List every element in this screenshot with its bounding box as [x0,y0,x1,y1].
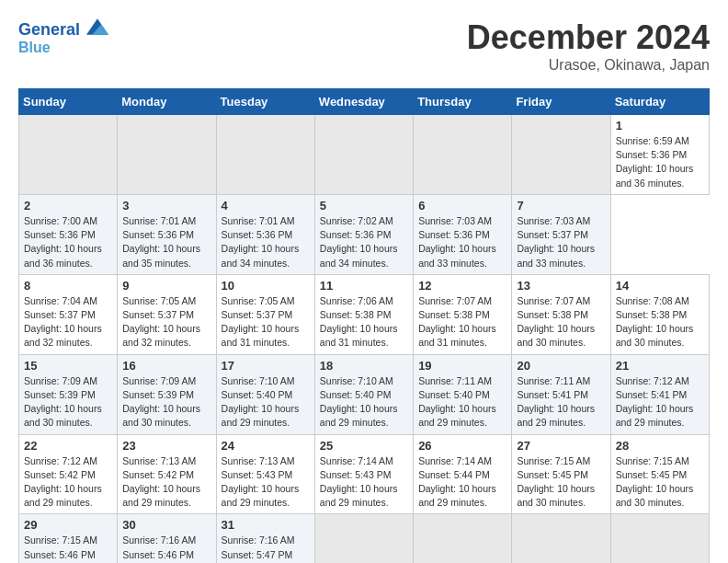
calendar-day: 30Sunrise: 7:16 AMSunset: 5:46 PMDayligh… [118,514,216,563]
empty-cell [610,514,709,563]
calendar-day: 14Sunrise: 7:08 AMSunset: 5:38 PMDayligh… [610,274,709,354]
logo-icon [86,18,108,35]
empty-cell [414,115,512,195]
empty-cell [19,115,118,195]
calendar-day: 29Sunrise: 7:15 AMSunset: 5:46 PMDayligh… [19,514,118,563]
calendar-day: 17Sunrise: 7:10 AMSunset: 5:40 PMDayligh… [216,354,314,434]
weekday-header-monday: Monday [118,89,216,115]
calendar-day: 2Sunrise: 7:00 AMSunset: 5:36 PMDaylight… [19,194,118,274]
calendar-day: 18Sunrise: 7:10 AMSunset: 5:40 PMDayligh… [314,354,413,434]
calendar-day: 31Sunrise: 7:16 AMSunset: 5:47 PMDayligh… [216,514,314,563]
title-block: December 2024 Urasoe, Okinawa, Japan [467,18,710,74]
weekday-header-saturday: Saturday [610,89,709,115]
empty-cell [414,514,512,563]
calendar-week-row: 22Sunrise: 7:12 AMSunset: 5:42 PMDayligh… [19,434,710,514]
logo-text: General [18,18,108,40]
calendar-day: 28Sunrise: 7:15 AMSunset: 5:45 PMDayligh… [610,434,709,514]
location-title: Urasoe, Okinawa, Japan [467,57,710,74]
calendar-day: 10Sunrise: 7:05 AMSunset: 5:37 PMDayligh… [216,274,314,354]
calendar-day: 27Sunrise: 7:15 AMSunset: 5:45 PMDayligh… [512,434,610,514]
calendar-day: 7Sunrise: 7:03 AMSunset: 5:37 PMDaylight… [512,194,610,274]
calendar-week-row: 2Sunrise: 7:00 AMSunset: 5:36 PMDaylight… [19,194,710,274]
calendar-day: 15Sunrise: 7:09 AMSunset: 5:39 PMDayligh… [19,354,118,434]
calendar-day: 23Sunrise: 7:13 AMSunset: 5:42 PMDayligh… [118,434,216,514]
empty-cell [512,115,610,195]
calendar-day: 21Sunrise: 7:12 AMSunset: 5:41 PMDayligh… [610,354,709,434]
calendar-day: 22Sunrise: 7:12 AMSunset: 5:42 PMDayligh… [19,434,118,514]
calendar-day: 20Sunrise: 7:11 AMSunset: 5:41 PMDayligh… [512,354,610,434]
empty-cell [118,115,216,195]
empty-cell [314,115,413,195]
calendar-day: 19Sunrise: 7:11 AMSunset: 5:40 PMDayligh… [414,354,512,434]
calendar-day: 24Sunrise: 7:13 AMSunset: 5:43 PMDayligh… [216,434,314,514]
empty-cell [512,514,610,563]
calendar-table: SundayMondayTuesdayWednesdayThursdayFrid… [18,88,710,563]
calendar-day: 16Sunrise: 7:09 AMSunset: 5:39 PMDayligh… [118,354,216,434]
calendar-day: 26Sunrise: 7:14 AMSunset: 5:44 PMDayligh… [414,434,512,514]
weekday-header-row: SundayMondayTuesdayWednesdayThursdayFrid… [19,89,710,115]
empty-cell [314,514,413,563]
calendar-day: 6Sunrise: 7:03 AMSunset: 5:36 PMDaylight… [414,194,512,274]
weekday-header-wednesday: Wednesday [314,89,413,115]
calendar-week-row: 8Sunrise: 7:04 AMSunset: 5:37 PMDaylight… [19,274,710,354]
weekday-header-tuesday: Tuesday [216,89,314,115]
logo-text-blue: Blue [18,40,108,56]
calendar-day: 12Sunrise: 7:07 AMSunset: 5:38 PMDayligh… [414,274,512,354]
month-title: December 2024 [467,18,710,57]
calendar-day: 13Sunrise: 7:07 AMSunset: 5:38 PMDayligh… [512,274,610,354]
empty-cell [216,115,314,195]
calendar-week-row: 15Sunrise: 7:09 AMSunset: 5:39 PMDayligh… [19,354,710,434]
calendar-day: 5Sunrise: 7:02 AMSunset: 5:36 PMDaylight… [314,194,413,274]
logo: General Blue [18,18,108,55]
calendar-day: 11Sunrise: 7:06 AMSunset: 5:38 PMDayligh… [314,274,413,354]
page-header: General Blue December 2024 Urasoe, Okina… [18,18,710,74]
calendar-day: 4Sunrise: 7:01 AMSunset: 5:36 PMDaylight… [216,194,314,274]
weekday-header-thursday: Thursday [414,89,512,115]
calendar-day: 9Sunrise: 7:05 AMSunset: 5:37 PMDaylight… [118,274,216,354]
calendar-day: 25Sunrise: 7:14 AMSunset: 5:43 PMDayligh… [314,434,413,514]
weekday-header-sunday: Sunday [19,89,118,115]
calendar-day: 1Sunrise: 6:59 AMSunset: 5:36 PMDaylight… [610,115,709,195]
calendar-week-row: 1Sunrise: 6:59 AMSunset: 5:36 PMDaylight… [19,115,710,195]
weekday-header-friday: Friday [512,89,610,115]
calendar-day: 8Sunrise: 7:04 AMSunset: 5:37 PMDaylight… [19,274,118,354]
calendar-week-row: 29Sunrise: 7:15 AMSunset: 5:46 PMDayligh… [19,514,710,563]
calendar-day: 3Sunrise: 7:01 AMSunset: 5:36 PMDaylight… [118,194,216,274]
